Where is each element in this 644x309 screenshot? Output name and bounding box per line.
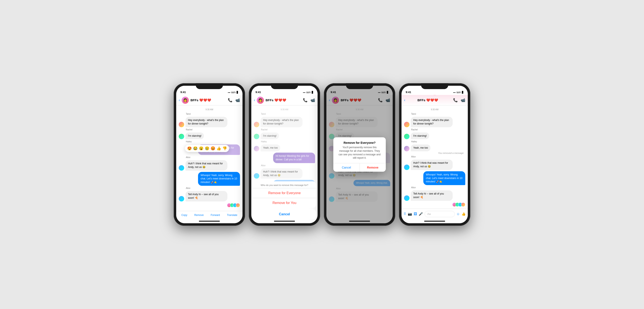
header-title1: BFFs ❤️❤️❤️	[190, 98, 226, 102]
status-time4: 9:41	[406, 91, 411, 94]
msg-row-tanvi4: Hey everybody - what's the plan for dinn…	[404, 117, 465, 127]
msg-row-tanvi1: Hey everybody - what's the plan for dinn…	[179, 117, 240, 127]
chat-header2: ‹ 👩 BFFs ❤️❤️❤️ 📞 📹	[251, 95, 318, 105]
gallery-icon4[interactable]: 🖼	[414, 212, 417, 216]
bubble-alice1[interactable]: Huh? I think that was meant for Andy, no…	[186, 160, 228, 171]
phone-screen4: 9:41 ▪▪▪ WiFi ▊ ‹ BFFs ❤️❤️❤️ 📞 📹 9:30 A…	[399, 83, 470, 226]
remove-for-you-btn[interactable]: Remove for You	[253, 198, 316, 208]
bubble-tanvi4[interactable]: Hey everybody - what's the plan for dinn…	[411, 117, 453, 127]
bubble-tanvi1[interactable]: Hey everybody - what's the plan for dinn…	[186, 117, 228, 127]
sender-alice2: Alice	[179, 187, 240, 189]
bubble-rachel2: I'm starving!	[260, 132, 279, 139]
sender-alice1: Alice	[179, 156, 240, 158]
bubble-alice2[interactable]: Tell Andy hi -- see all of you soon! 🍕	[186, 191, 228, 201]
input-bar4: ⠿ 📷 🖼 🎤 Aa ☺ 👍	[402, 209, 468, 219]
sender-alice-s4: Alice	[404, 156, 465, 158]
emoji-laugh[interactable]: 😂	[193, 146, 198, 151]
phone-icon2[interactable]: 📞	[303, 98, 308, 102]
video-icon1[interactable]: 📹	[235, 98, 240, 102]
msg-row-rachel1: I'm starving!	[179, 132, 240, 139]
bubble-tanvi2: Hey everybody - what's the plan for dinn…	[260, 117, 302, 127]
home-bar4	[402, 219, 468, 223]
avatar-tanvi1	[179, 122, 184, 127]
phone-icon1[interactable]: 📞	[228, 98, 232, 102]
screen4-content: 9:41 ▪▪▪ WiFi ▊ ‹ BFFs ❤️❤️❤️ 📞 📹 9:30 A…	[402, 86, 468, 223]
mic-icon4[interactable]: 🎤	[419, 212, 423, 216]
seen-av4-4	[461, 203, 465, 207]
emoji-angry[interactable]: 😡	[210, 146, 215, 151]
sender-rachel1: Rachel	[179, 128, 240, 131]
emoji-thumbsup[interactable]: 👍	[216, 146, 221, 151]
removed-message-text: You removed a message	[404, 152, 465, 154]
msg-row-sent-s2: Hi honey! Meeting the girls for dinner. …	[254, 153, 315, 163]
bubble-hailey2: Yeah, me too	[260, 144, 280, 151]
camera-icon4[interactable]: 📷	[408, 212, 412, 216]
screen2-content: 9:41 ▪▪▪ WiFi ▊ ‹ 👩 BFFs ❤️❤️❤️ 📞 📹 9:30…	[251, 86, 318, 223]
video-icon2[interactable]: 📹	[310, 98, 315, 102]
status-icons4: ▪▪▪ WiFi ▊	[453, 91, 464, 94]
timestamp4: 9:30 AM	[404, 108, 465, 111]
back-button1[interactable]: ‹	[179, 98, 180, 102]
message-input4[interactable]: Aa	[424, 211, 455, 217]
avatar-rachel1	[179, 134, 184, 139]
msg-row-tanvi2: Hey everybody - what's the plan for dinn…	[254, 117, 315, 127]
wifi-icon4: WiFi	[456, 91, 461, 94]
bubble-rachel1[interactable]: I'm starving!	[186, 132, 204, 139]
bubble-sent-s4[interactable]: Whoops! Yeah, sorry. Wrong chat. Let's m…	[423, 171, 465, 185]
msg-row-rachel2: I'm starving!	[254, 132, 315, 139]
sender-tanvi1: Tanvi	[179, 113, 240, 115]
notch1	[196, 83, 223, 89]
bubble-alice-s4[interactable]: Huh? I think that was meant for Andy, no…	[411, 160, 453, 170]
context-translate[interactable]: Translate	[227, 214, 238, 217]
signal-icon2: ▪▪▪	[303, 91, 306, 94]
home-indicator1	[199, 221, 220, 222]
phone-icon4[interactable]: 📞	[453, 98, 458, 102]
header-actions4: 📞 📹	[453, 98, 465, 102]
emoji-heart-eyes[interactable]: 😍	[187, 146, 192, 151]
emoji-icon4[interactable]: ☺	[456, 212, 460, 216]
context-copy[interactable]: Copy	[182, 214, 187, 217]
battery-icon2: ▊	[312, 91, 314, 94]
video-icon4[interactable]: 📹	[461, 98, 465, 102]
avatar-rachel4	[404, 134, 410, 139]
back-button4[interactable]: ‹	[404, 98, 405, 102]
chat-header4: ‹ BFFs ❤️❤️❤️ 📞 📹	[402, 95, 468, 105]
header-title2: BFFs ❤️❤️❤️	[266, 98, 301, 102]
phone-screen2: 9:41 ▪▪▪ WiFi ▊ ‹ 👩 BFFs ❤️❤️❤️ 📞 📹 9:30…	[249, 83, 320, 226]
emoji-reaction-bar[interactable]: 😍 😂 😮 😢 😡 👍 👎	[185, 145, 229, 152]
msg-row-hailey2: Yeah, me too	[254, 144, 315, 151]
alert-cancel-btn[interactable]: Cancel	[333, 163, 360, 172]
emoji-wow[interactable]: 😮	[199, 146, 204, 151]
bubble-rachel4[interactable]: I'm starving!	[411, 132, 429, 139]
action-sheet-cancel-btn[interactable]: Cancel	[253, 209, 316, 219]
remove-everyone-btn[interactable]: Remove for Everyone	[253, 188, 316, 198]
seen-avatars4	[404, 203, 465, 207]
grid-icon4[interactable]: ⠿	[404, 212, 406, 216]
context-forward[interactable]: Forward	[210, 214, 220, 217]
bubble-alice-s2: Huh? I think that was meant for Andy, no…	[260, 168, 302, 179]
context-remove[interactable]: Remove	[194, 214, 204, 217]
msg-row-alice2-s4: Tell Andy hi -- see all of you soon! 🍕	[404, 190, 465, 201]
group-avatar1: 👩	[182, 97, 189, 104]
emoji-cry[interactable]: 😢	[205, 146, 209, 151]
bubble-sent-blue1[interactable]: Whoops! Yeah, sorry. Wrong chat. Let's m…	[198, 172, 240, 186]
status-time2: 9:41	[256, 91, 261, 94]
like-icon4[interactable]: 👍	[462, 212, 466, 216]
avatar-alice2	[179, 196, 184, 201]
msg-row-alice2: Tell Andy hi -- see all of you soon! 🍕	[179, 191, 240, 201]
battery-icon: ▊	[236, 91, 238, 94]
bubble-alice2-s4[interactable]: Tell Andy hi -- see all of you soon! 🍕	[411, 190, 453, 201]
bubble-hailey4[interactable]: Yeah, me too	[411, 144, 430, 151]
back-button2[interactable]: ‹	[254, 98, 255, 102]
bubble-sent-s2: Hi honey! Meeting the girls for dinner. …	[273, 153, 315, 163]
seen-avatars1	[179, 203, 240, 207]
context-menu-bottom1: Copy Remove Forward Translate	[176, 211, 242, 219]
emoji-thumbsdown[interactable]: 👎	[222, 146, 227, 151]
alert-remove-btn[interactable]: Remove	[360, 163, 386, 172]
signal-icon: ▪▪▪	[228, 91, 230, 94]
sender-rachel4: Rachel	[404, 128, 465, 131]
input-placeholder4: Aa	[427, 212, 431, 216]
avatar-hailey4	[404, 146, 410, 151]
timestamp2: 9:30 AM	[254, 108, 315, 111]
battery-icon4: ▊	[462, 91, 464, 94]
